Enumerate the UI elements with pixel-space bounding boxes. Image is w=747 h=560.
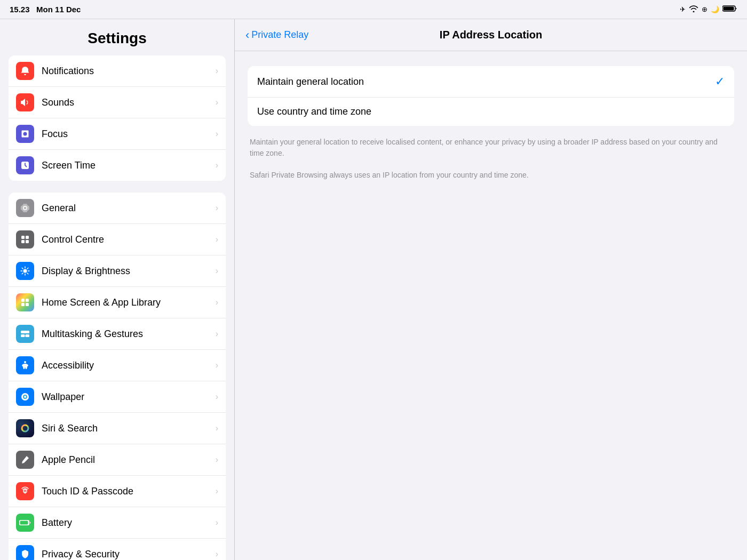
svg-rect-6 [26,240,29,243]
status-icons: ✈ ⊕ 🌙 [680,5,737,14]
time: 15.23 [10,5,30,14]
right-content: Maintain general location ✓ Use country … [235,51,747,560]
ip-location-options: Maintain general location ✓ Use country … [248,66,734,126]
privacy-label: Privacy & Security [42,549,120,560]
sidebar-title: Settings [9,30,226,55]
right-panel: ‹ Private Relay IP Address Location Main… [235,19,747,560]
sidebar-item-privacy[interactable]: Privacy & Security › [9,539,226,560]
svg-rect-18 [21,303,25,306]
battery-icon-sidebar [16,514,34,532]
sidebar-item-focus[interactable]: Focus › [9,118,226,150]
accessibility-chevron: › [216,361,218,370]
battery-chevron: › [216,518,218,527]
displaybrightness-label: Display & Brightness [42,266,130,277]
battery-label: Battery [42,517,72,529]
screentime-label: Screen Time [42,160,96,171]
applepencil-chevron: › [216,455,218,465]
accessibility-label: Accessibility [42,360,94,371]
svg-rect-3 [21,236,25,239]
controlcentre-label: Control Centre [42,234,104,245]
maintain-general-check: ✓ [715,75,725,89]
screentime-icon [16,156,34,174]
multitasking-icon [16,325,34,343]
sidebar-item-touchid[interactable]: Touch ID & Passcode › [9,476,226,507]
airplane-icon: ✈ [680,5,686,13]
sidebar-item-controlcentre[interactable]: Control Centre › [9,224,226,255]
moon-icon: 🌙 [711,5,719,13]
touchid-chevron: › [216,486,218,496]
svg-line-12 [22,268,23,269]
sidebar-item-notifications[interactable]: Notifications › [9,55,226,87]
focus-chevron: › [216,129,218,139]
privacy-chevron: › [216,549,218,559]
svg-point-26 [24,396,26,398]
svg-rect-17 [26,299,29,302]
touchid-label: Touch ID & Passcode [42,486,133,497]
svg-line-15 [22,273,23,274]
general-icon [16,199,34,217]
multitasking-label: Multitasking & Gestures [42,329,143,340]
option-maintain-general[interactable]: Maintain general location ✓ [248,66,734,98]
sounds-label: Sounds [42,97,74,108]
back-label: Private Relay [251,29,308,41]
svg-rect-22 [26,334,30,337]
sidebar-item-accessibility[interactable]: Accessibility › [9,350,226,381]
back-chevron-icon: ‹ [245,28,249,42]
svg-point-23 [24,361,26,363]
svg-rect-5 [21,240,25,243]
maintain-general-label: Maintain general location [257,76,364,87]
time-date: 15.23 Mon 11 Dec [10,5,81,14]
wifi-icon [689,5,698,14]
sidebar-item-screentime[interactable]: Screen Time › [9,150,226,181]
siri-chevron: › [216,423,218,433]
sidebar-item-wallpaper[interactable]: Wallpaper › [9,381,226,413]
focus-label: Focus [42,129,68,140]
location-icon: ⊕ [702,5,708,13]
date: Mon 11 Dec [36,5,81,14]
privacy-icon [16,545,34,560]
multitasking-chevron: › [216,329,218,339]
sidebar-item-displaybrightness[interactable]: Display & Brightness › [9,255,226,287]
svg-rect-4 [26,236,29,239]
siri-label: Siri & Search [42,423,98,434]
right-header: ‹ Private Relay IP Address Location [235,19,747,51]
right-title: IP Address Location [440,29,542,41]
sidebar-item-applepencil[interactable]: Apple Pencil › [9,444,226,476]
svg-point-27 [22,425,28,431]
accessibility-icon [16,356,34,374]
sounds-icon [16,93,34,111]
general-label: General [42,203,76,214]
description-text-1: Maintain your general location to receiv… [248,134,734,161]
svg-rect-16 [21,299,25,302]
notifications-icon [16,62,34,80]
sidebar-item-sounds[interactable]: Sounds › [9,87,226,118]
touchid-icon [16,482,34,500]
controlcentre-chevron: › [216,235,218,244]
back-button[interactable]: ‹ Private Relay [245,28,308,42]
homescreen-icon [16,293,34,311]
svg-rect-30 [20,521,28,525]
general-chevron: › [216,203,218,213]
sidebar-item-multitasking[interactable]: Multitasking & Gestures › [9,318,226,350]
sidebar-item-siri[interactable]: Siri & Search › [9,413,226,444]
sidebar-item-battery[interactable]: Battery › [9,507,226,539]
option-country-timezone[interactable]: Use country and time zone [248,98,734,126]
homescreen-label: Home Screen & App Library [42,297,161,308]
main-layout: Settings Notifications › Sounds [0,19,747,560]
wallpaper-icon [16,388,34,406]
applepencil-label: Apple Pencil [42,454,95,466]
svg-point-7 [23,269,27,273]
controlcentre-icon [16,230,34,249]
svg-rect-1 [724,7,734,11]
settings-group-2: General › Control Centre › [9,193,226,560]
svg-rect-21 [21,334,25,337]
sidebar-item-general[interactable]: General › [9,193,226,224]
applepencil-icon [16,451,34,469]
svg-line-14 [27,268,28,269]
displaybrightness-icon [16,262,34,280]
settings-group-1: Notifications › Sounds › Focus [9,55,226,181]
status-bar: 15.23 Mon 11 Dec ✈ ⊕ 🌙 [0,0,747,19]
displaybrightness-chevron: › [216,266,218,276]
sounds-chevron: › [216,98,218,107]
sidebar-item-homescreen[interactable]: Home Screen & App Library › [9,287,226,318]
